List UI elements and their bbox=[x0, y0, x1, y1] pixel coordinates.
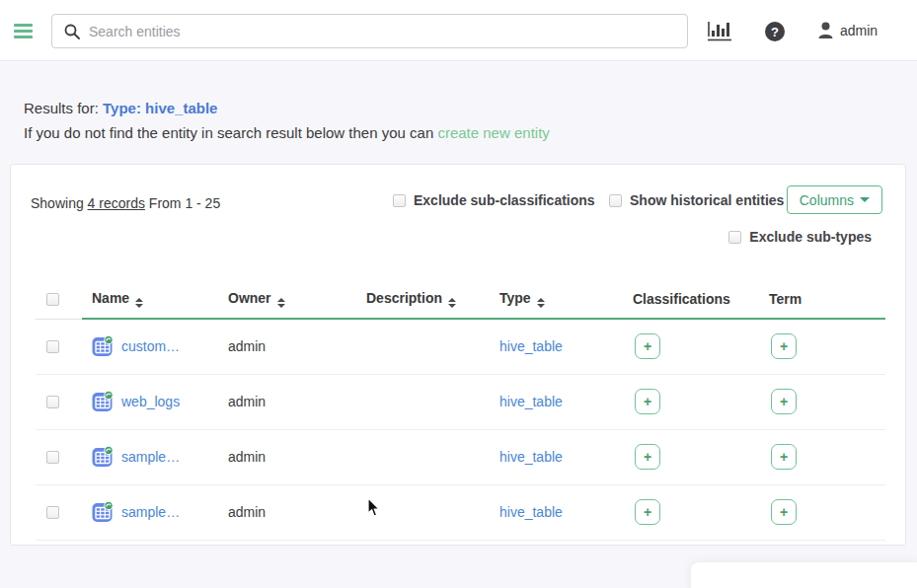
checkbox-box[interactable] bbox=[609, 194, 622, 207]
entity-type-link[interactable]: hive_table bbox=[499, 504, 563, 520]
exclude-subtypes-checkbox[interactable]: Exclude sub-types bbox=[728, 229, 872, 245]
column-header-type[interactable]: Type bbox=[490, 280, 623, 319]
create-entity-hint: If you do not find the entity in search … bbox=[24, 124, 437, 141]
add-classification-button[interactable]: + bbox=[635, 499, 660, 525]
user-menu[interactable]: admin bbox=[817, 22, 878, 39]
column-header-term: Term bbox=[759, 280, 885, 319]
hive-table-icon bbox=[92, 391, 114, 412]
owner-cell: admin bbox=[228, 394, 266, 409]
select-all-checkbox[interactable] bbox=[46, 293, 59, 306]
results-summary: Results for: Type: hive_table If you do … bbox=[24, 96, 550, 145]
sort-icon bbox=[277, 298, 285, 308]
bar-chart-icon[interactable] bbox=[707, 21, 732, 41]
checkbox-label: Show historical entities bbox=[630, 192, 784, 208]
column-header-name[interactable]: Name bbox=[82, 280, 218, 319]
column-header-owner[interactable]: Owner bbox=[218, 280, 356, 319]
active-filter-tag: Type: hive_table bbox=[103, 100, 217, 116]
checkbox-label: Exclude sub-classifications bbox=[414, 192, 595, 208]
entity-type-link[interactable]: hive_table bbox=[499, 449, 563, 465]
table-header-row: Name Owner Description Type Classificati… bbox=[36, 280, 885, 319]
table-row: sample… admin hive_table + + bbox=[36, 429, 885, 484]
showing-label: Showing bbox=[31, 195, 88, 211]
row-checkbox[interactable] bbox=[46, 506, 59, 519]
add-term-button[interactable]: + bbox=[771, 333, 797, 359]
help-icon[interactable]: ? bbox=[765, 22, 785, 41]
owner-cell: admin bbox=[228, 338, 266, 354]
table-row: custom… admin hive_table + + bbox=[36, 319, 885, 374]
columns-button[interactable]: Columns bbox=[787, 185, 882, 214]
entity-table: Name Owner Description Type Classificati… bbox=[36, 280, 885, 541]
table-row: web_logs admin hive_table + + bbox=[36, 374, 885, 429]
column-header-classifications: Classifications bbox=[623, 280, 759, 319]
search-input[interactable] bbox=[89, 24, 687, 39]
sort-icon bbox=[448, 298, 456, 308]
owner-cell: admin bbox=[228, 504, 266, 520]
checkbox-label: Exclude sub-types bbox=[749, 229, 872, 245]
entity-name-link[interactable]: custom… bbox=[121, 338, 180, 354]
hive-table-icon bbox=[92, 335, 114, 357]
popup-stub bbox=[691, 562, 917, 588]
entity-name-link[interactable]: sample… bbox=[121, 449, 180, 465]
records-range-label: From 1 - 25 bbox=[145, 195, 220, 211]
exclude-subclassifications-checkbox[interactable]: Exclude sub-classifications bbox=[393, 192, 595, 208]
entity-name-link[interactable]: web_logs bbox=[121, 394, 180, 409]
hive-table-icon bbox=[92, 501, 114, 523]
results-for-label: Results for: bbox=[24, 100, 103, 116]
topbar: ? admin bbox=[0, 0, 917, 61]
owner-cell: admin bbox=[228, 449, 266, 465]
sort-icon bbox=[537, 298, 545, 308]
hive-table-icon bbox=[92, 446, 114, 468]
checkbox-box[interactable] bbox=[728, 231, 741, 244]
add-classification-button[interactable]: + bbox=[635, 333, 660, 359]
create-new-entity-link[interactable]: create new entity bbox=[437, 124, 549, 141]
add-term-button[interactable]: + bbox=[771, 444, 797, 470]
columns-button-label: Columns bbox=[800, 192, 854, 208]
menu-icon[interactable] bbox=[14, 24, 33, 38]
row-checkbox[interactable] bbox=[46, 451, 59, 464]
chevron-down-icon bbox=[860, 197, 870, 202]
records-count-link[interactable]: 4 records bbox=[88, 195, 145, 211]
username-label: admin bbox=[840, 23, 878, 38]
checkbox-box[interactable] bbox=[393, 194, 406, 207]
row-checkbox[interactable] bbox=[46, 396, 59, 408]
search-box[interactable] bbox=[51, 14, 688, 48]
search-icon bbox=[64, 24, 80, 39]
column-header-description[interactable]: Description bbox=[356, 280, 490, 319]
user-icon bbox=[817, 22, 834, 39]
entity-type-link[interactable]: hive_table bbox=[499, 394, 563, 409]
sort-icon bbox=[135, 298, 143, 308]
results-card: Showing 4 records From 1 - 25 Exclude su… bbox=[10, 164, 906, 546]
add-term-button[interactable]: + bbox=[771, 389, 797, 414]
records-count: Showing 4 records From 1 - 25 bbox=[31, 195, 220, 211]
table-row: sample… admin hive_table + + bbox=[36, 484, 885, 540]
add-term-button[interactable]: + bbox=[771, 499, 797, 525]
show-historical-entities-checkbox[interactable]: Show historical entities bbox=[609, 192, 784, 208]
entity-name-link[interactable]: sample… bbox=[121, 504, 180, 520]
entity-type-link[interactable]: hive_table bbox=[499, 338, 563, 354]
row-checkbox[interactable] bbox=[46, 340, 59, 353]
add-classification-button[interactable]: + bbox=[635, 444, 660, 470]
add-classification-button[interactable]: + bbox=[635, 389, 660, 414]
